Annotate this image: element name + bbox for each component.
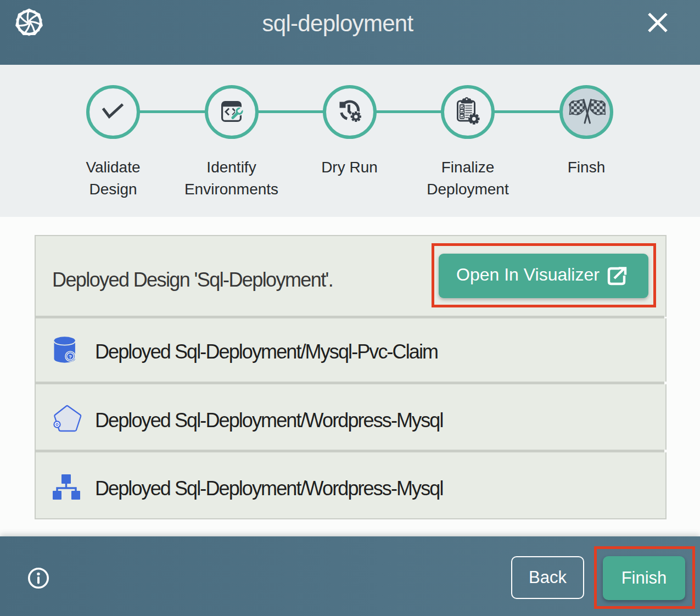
svg-text:?: ? <box>69 354 72 360</box>
